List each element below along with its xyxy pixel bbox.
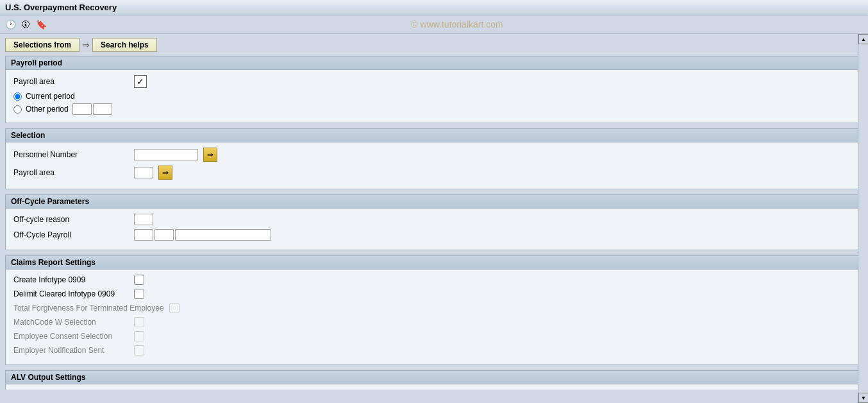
personnel-number-label: Personnel Number bbox=[13, 150, 129, 159]
personnel-number-arrow-button[interactable]: ⇒ bbox=[203, 148, 217, 162]
off-cycle-payroll-label: Off-Cycle Payroll bbox=[13, 230, 129, 239]
total-forgiveness-row: Total Forgiveness For Terminated Employe… bbox=[13, 303, 855, 313]
personnel-number-row: Personnel Number ⇒ bbox=[13, 148, 855, 162]
create-infotype-row: Create Infotype 0909 bbox=[13, 275, 855, 285]
other-period-input1[interactable] bbox=[72, 103, 92, 115]
matchcode-checkbox bbox=[134, 317, 144, 327]
title-bar: U.S. Overpayment Recovery bbox=[0, 0, 868, 15]
claims-report-header: Claims Report Settings bbox=[6, 256, 862, 270]
current-period-label: Current period bbox=[26, 92, 75, 101]
delimit-cleared-checkbox[interactable] bbox=[134, 289, 144, 299]
employer-notification-checkbox bbox=[134, 345, 144, 356]
personnel-number-input[interactable] bbox=[134, 149, 198, 160]
main-content: Payroll period Payroll area ✓ Current pe… bbox=[0, 56, 868, 390]
employee-consent-checkbox bbox=[134, 331, 144, 341]
payroll-period-body: Payroll area ✓ Current period Other peri… bbox=[6, 70, 862, 123]
payroll-area-label: Payroll area bbox=[13, 77, 129, 86]
off-cycle-payroll-input2[interactable] bbox=[154, 229, 174, 241]
selection-payroll-area-input[interactable] bbox=[134, 167, 153, 178]
payroll-area-row: Payroll area ✓ bbox=[13, 75, 855, 88]
selection-section: Selection Personnel Number ⇒ Payroll are… bbox=[5, 128, 863, 189]
search-helps-button[interactable]: Search helps bbox=[92, 38, 157, 52]
claims-report-section: Claims Report Settings Create Infotype 0… bbox=[5, 255, 863, 365]
delimit-cleared-label: Delimit Cleared Infotype 0909 bbox=[13, 289, 129, 298]
other-period-input2[interactable] bbox=[93, 103, 112, 115]
off-cycle-header: Off-Cycle Parameters bbox=[6, 195, 862, 209]
other-period-row: Other period bbox=[13, 103, 855, 115]
payroll-period-section: Payroll period Payroll area ✓ Current pe… bbox=[5, 56, 863, 123]
scroll-up-button[interactable]: ▲ bbox=[858, 34, 868, 44]
button-bar: Selections from ⇒ Search helps bbox=[0, 34, 868, 56]
off-cycle-reason-row: Off-cycle reason bbox=[13, 214, 855, 225]
matchcode-row: MatchCode W Selection bbox=[13, 317, 855, 327]
selections-from-button[interactable]: Selections from bbox=[5, 38, 79, 52]
create-infotype-label: Create Infotype 0909 bbox=[13, 275, 129, 284]
claims-report-body: Create Infotype 0909 Delimit Cleared Inf… bbox=[6, 270, 862, 364]
arrow-divider-icon: ⇒ bbox=[82, 40, 90, 50]
total-forgiveness-label: Total Forgiveness For Terminated Employe… bbox=[13, 304, 164, 313]
other-period-label: Other period bbox=[26, 105, 69, 114]
total-forgiveness-checkbox bbox=[169, 303, 179, 313]
matchcode-label: MatchCode W Selection bbox=[13, 318, 129, 327]
off-cycle-payroll-input1[interactable] bbox=[134, 229, 153, 241]
off-cycle-reason-label: Off-cycle reason bbox=[13, 215, 129, 224]
alv-output-body: ALV Layout bbox=[6, 384, 862, 390]
current-period-radio[interactable] bbox=[13, 92, 22, 101]
employee-consent-label: Employee Consent Selection bbox=[13, 332, 129, 341]
payroll-area-checkbox[interactable]: ✓ bbox=[134, 75, 147, 88]
selection-payroll-area-label: Payroll area bbox=[13, 168, 129, 177]
employer-notification-label: Employer Notification Sent bbox=[13, 346, 129, 355]
off-cycle-payroll-input3[interactable] bbox=[175, 229, 271, 241]
off-cycle-body: Off-cycle reason Off-Cycle Payroll bbox=[6, 209, 862, 250]
delimit-cleared-row: Delimit Cleared Infotype 0909 bbox=[13, 289, 855, 299]
selection-payroll-area-arrow-button[interactable]: ⇒ bbox=[158, 166, 172, 180]
scroll-track bbox=[858, 44, 868, 393]
search-helps-label: Search helps bbox=[101, 40, 149, 49]
selection-body: Personnel Number ⇒ Payroll area ⇒ bbox=[6, 142, 862, 189]
main-window: U.S. Overpayment Recovery 🕐 🛈 🔖 © www.tu… bbox=[0, 0, 868, 403]
bookmark-icon[interactable]: 🔖 bbox=[35, 18, 47, 31]
alv-output-header: ALV Output Settings bbox=[6, 371, 862, 384]
payroll-period-header: Payroll period bbox=[6, 56, 862, 70]
scroll-down-button[interactable]: ▼ bbox=[858, 393, 868, 403]
other-period-radio[interactable] bbox=[13, 105, 22, 114]
off-cycle-reason-input[interactable] bbox=[134, 214, 153, 225]
scrollbar: ▲ ▼ bbox=[858, 34, 868, 403]
off-cycle-payroll-row: Off-Cycle Payroll bbox=[13, 229, 855, 241]
watermark-text: © www.tutorialkart.com bbox=[50, 19, 864, 30]
window-title: U.S. Overpayment Recovery bbox=[5, 3, 117, 12]
off-cycle-section: Off-Cycle Parameters Off-cycle reason Of… bbox=[5, 194, 863, 250]
employee-consent-row: Employee Consent Selection bbox=[13, 331, 855, 341]
current-period-row: Current period bbox=[13, 92, 855, 101]
clock-icon[interactable]: 🕐 bbox=[4, 18, 17, 31]
toolbar: 🕐 🛈 🔖 © www.tutorialkart.com bbox=[0, 15, 868, 34]
info-icon[interactable]: 🛈 bbox=[19, 18, 32, 31]
create-infotype-checkbox[interactable] bbox=[134, 275, 144, 285]
employer-notification-row: Employer Notification Sent bbox=[13, 345, 855, 356]
selection-payroll-area-row: Payroll area ⇒ bbox=[13, 166, 855, 180]
selection-header: Selection bbox=[6, 129, 862, 142]
alv-output-section: ALV Output Settings ALV Layout bbox=[5, 370, 863, 390]
